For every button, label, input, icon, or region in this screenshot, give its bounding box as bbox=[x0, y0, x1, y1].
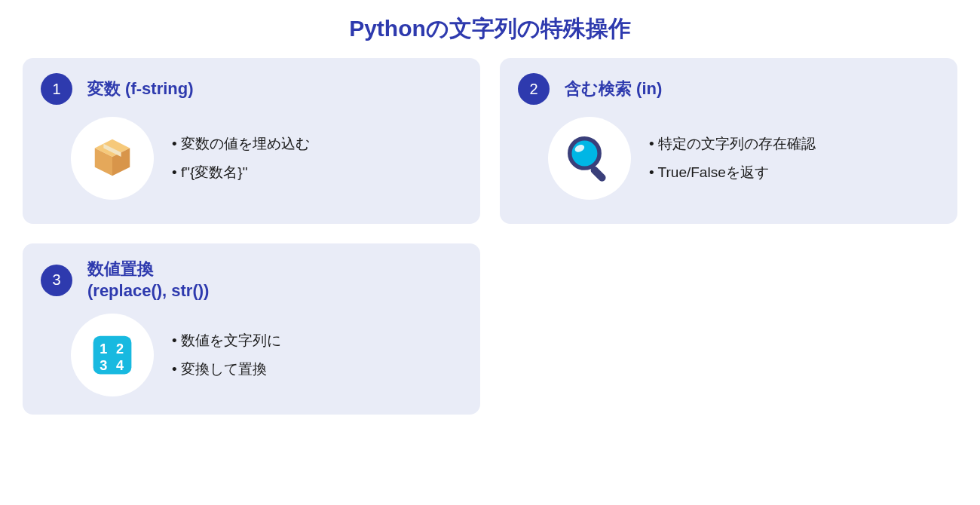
card-header: 3 数値置換 (replace(), str()) bbox=[41, 259, 462, 301]
bullet-item: f"{変数名}" bbox=[172, 158, 310, 187]
svg-text:2: 2 bbox=[116, 341, 124, 357]
card-number-badge: 1 bbox=[41, 73, 72, 105]
magnifier-icon bbox=[548, 117, 631, 200]
svg-text:4: 4 bbox=[116, 358, 124, 373]
card-title: 数値置換 (replace(), str()) bbox=[87, 259, 209, 301]
svg-text:1: 1 bbox=[100, 341, 107, 357]
card-in-search: 2 含む検索 (in) 特定の文字列の存在確認 True/Falseを返す bbox=[500, 58, 957, 224]
bullet-item: 変換して置換 bbox=[172, 355, 281, 384]
bullet-item: 数値を文字列に bbox=[172, 326, 281, 355]
card-title: 含む検索 (in) bbox=[565, 78, 662, 100]
svg-rect-6 bbox=[590, 165, 608, 183]
card-bullets: 変数の値を埋め込む f"{変数名}" bbox=[172, 130, 310, 187]
card-title: 変数 (f-string) bbox=[87, 78, 194, 100]
card-body: 変数の値を埋め込む f"{変数名}" bbox=[41, 117, 462, 200]
bullet-item: 変数の値を埋め込む bbox=[172, 130, 310, 158]
svg-rect-7 bbox=[93, 336, 132, 375]
card-number-badge: 3 bbox=[41, 265, 72, 296]
bullet-item: 特定の文字列の存在確認 bbox=[649, 130, 816, 158]
card-number-badge: 2 bbox=[518, 73, 550, 105]
page-title: Pythonの文字列の特殊操作 bbox=[15, 14, 965, 44]
card-bullets: 特定の文字列の存在確認 True/Falseを返す bbox=[649, 130, 816, 187]
card-header: 1 変数 (f-string) bbox=[41, 73, 462, 105]
card-fstring: 1 変数 (f-string) 変数の値を埋め込む f"{変数名}" bbox=[23, 58, 480, 224]
card-body: 特定の文字列の存在確認 True/Falseを返す bbox=[518, 117, 939, 200]
bullet-item: True/Falseを返す bbox=[649, 158, 816, 187]
box-icon bbox=[71, 117, 154, 200]
card-bullets: 数値を文字列に 変換して置換 bbox=[172, 326, 281, 384]
card-replace: 3 数値置換 (replace(), str()) 1 2 3 4 数値を文字列… bbox=[23, 243, 480, 415]
svg-text:3: 3 bbox=[100, 358, 107, 373]
numbers-icon: 1 2 3 4 bbox=[71, 314, 154, 396]
card-body: 1 2 3 4 数値を文字列に 変換して置換 bbox=[41, 314, 462, 396]
svg-point-4 bbox=[570, 139, 599, 168]
card-grid: 1 変数 (f-string) 変数の値を埋め込む f"{変数名}" 2 含む検… bbox=[15, 58, 965, 415]
card-header: 2 含む検索 (in) bbox=[518, 73, 939, 105]
